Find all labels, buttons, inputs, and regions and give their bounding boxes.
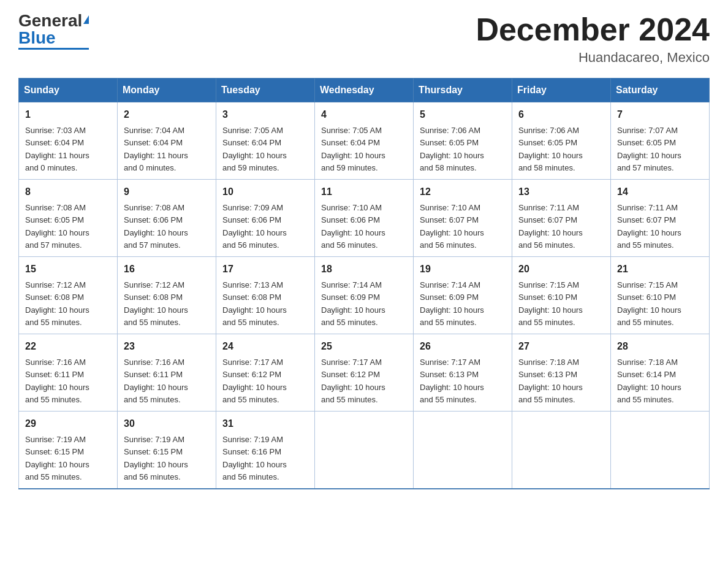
day-number: 3	[222, 107, 308, 122]
location: Huandacareo, Mexico	[476, 50, 710, 66]
calendar-cell: 18 Sunrise: 7:14 AMSunset: 6:09 PMDaylig…	[315, 257, 414, 334]
calendar-cell	[512, 412, 611, 489]
calendar-cell: 19 Sunrise: 7:14 AMSunset: 6:09 PMDaylig…	[414, 257, 512, 334]
calendar-cell: 28 Sunrise: 7:18 AMSunset: 6:14 PMDaylig…	[611, 334, 710, 412]
calendar-cell	[315, 412, 414, 489]
day-number: 4	[321, 107, 407, 122]
day-info: Sunrise: 7:10 AMSunset: 6:06 PMDaylight:…	[321, 203, 385, 250]
day-info: Sunrise: 7:07 AMSunset: 6:05 PMDaylight:…	[617, 126, 681, 172]
col-friday: Friday	[512, 79, 611, 102]
day-number: 18	[321, 262, 407, 277]
day-number: 30	[124, 416, 210, 431]
col-saturday: Saturday	[611, 79, 710, 102]
day-number: 28	[617, 339, 703, 354]
day-info: Sunrise: 7:09 AMSunset: 6:06 PMDaylight:…	[222, 203, 287, 250]
col-thursday: Thursday	[414, 79, 512, 102]
day-info: Sunrise: 7:15 AMSunset: 6:10 PMDaylight:…	[617, 280, 681, 327]
day-info: Sunrise: 7:12 AMSunset: 6:08 PMDaylight:…	[124, 280, 188, 327]
day-info: Sunrise: 7:08 AMSunset: 6:05 PMDaylight:…	[25, 203, 89, 250]
calendar-cell: 15 Sunrise: 7:12 AMSunset: 6:08 PMDaylig…	[19, 257, 118, 334]
day-info: Sunrise: 7:18 AMSunset: 6:14 PMDaylight:…	[617, 358, 681, 404]
calendar-week-4: 22 Sunrise: 7:16 AMSunset: 6:11 PMDaylig…	[19, 334, 710, 412]
calendar-cell: 22 Sunrise: 7:16 AMSunset: 6:11 PMDaylig…	[19, 334, 118, 412]
col-wednesday: Wednesday	[315, 79, 414, 102]
day-info: Sunrise: 7:19 AMSunset: 6:16 PMDaylight:…	[222, 435, 287, 481]
day-number: 14	[617, 185, 703, 199]
day-number: 1	[25, 107, 111, 122]
calendar-cell: 12 Sunrise: 7:10 AMSunset: 6:07 PMDaylig…	[414, 180, 512, 257]
calendar-cell: 23 Sunrise: 7:16 AMSunset: 6:11 PMDaylig…	[118, 334, 216, 412]
calendar-week-3: 15 Sunrise: 7:12 AMSunset: 6:08 PMDaylig…	[19, 257, 710, 334]
col-sunday: Sunday	[19, 79, 118, 102]
calendar-week-1: 1 Sunrise: 7:03 AMSunset: 6:04 PMDayligh…	[19, 102, 710, 180]
day-number: 13	[518, 185, 604, 199]
calendar-cell: 3 Sunrise: 7:05 AMSunset: 6:04 PMDayligh…	[216, 102, 315, 180]
calendar-cell: 6 Sunrise: 7:06 AMSunset: 6:05 PMDayligh…	[512, 102, 611, 180]
logo-general: General	[18, 11, 82, 30]
day-info: Sunrise: 7:19 AMSunset: 6:15 PMDaylight:…	[25, 435, 89, 481]
day-number: 23	[124, 339, 210, 354]
day-number: 10	[222, 185, 308, 199]
day-number: 29	[25, 416, 111, 431]
calendar-cell: 13 Sunrise: 7:11 AMSunset: 6:07 PMDaylig…	[512, 180, 611, 257]
day-info: Sunrise: 7:15 AMSunset: 6:10 PMDaylight:…	[518, 280, 583, 327]
day-number: 20	[518, 262, 604, 277]
logo-underline	[18, 48, 89, 50]
day-info: Sunrise: 7:14 AMSunset: 6:09 PMDaylight:…	[321, 280, 385, 327]
calendar-cell: 5 Sunrise: 7:06 AMSunset: 6:05 PMDayligh…	[414, 102, 512, 180]
day-info: Sunrise: 7:17 AMSunset: 6:12 PMDaylight:…	[222, 358, 287, 404]
calendar-cell: 17 Sunrise: 7:13 AMSunset: 6:08 PMDaylig…	[216, 257, 315, 334]
calendar-cell: 30 Sunrise: 7:19 AMSunset: 6:15 PMDaylig…	[118, 412, 216, 489]
logo-triangle-icon	[83, 15, 89, 24]
day-number: 2	[124, 107, 210, 122]
calendar-cell: 25 Sunrise: 7:17 AMSunset: 6:12 PMDaylig…	[315, 334, 414, 412]
day-number: 7	[617, 107, 703, 122]
month-title: December 2024	[476, 12, 710, 47]
day-info: Sunrise: 7:04 AMSunset: 6:04 PMDaylight:…	[124, 126, 188, 172]
day-number: 8	[25, 185, 111, 199]
day-number: 17	[222, 262, 308, 277]
day-info: Sunrise: 7:16 AMSunset: 6:11 PMDaylight:…	[124, 358, 188, 404]
col-tuesday: Tuesday	[216, 79, 315, 102]
day-info: Sunrise: 7:18 AMSunset: 6:13 PMDaylight:…	[518, 358, 583, 404]
day-info: Sunrise: 7:11 AMSunset: 6:07 PMDaylight:…	[518, 203, 583, 250]
header-row: Sunday Monday Tuesday Wednesday Thursday…	[19, 79, 710, 102]
calendar-cell: 10 Sunrise: 7:09 AMSunset: 6:06 PMDaylig…	[216, 180, 315, 257]
calendar-cell: 21 Sunrise: 7:15 AMSunset: 6:10 PMDaylig…	[611, 257, 710, 334]
calendar-cell: 8 Sunrise: 7:08 AMSunset: 6:05 PMDayligh…	[19, 180, 118, 257]
day-number: 27	[518, 339, 604, 354]
calendar-cell: 2 Sunrise: 7:04 AMSunset: 6:04 PMDayligh…	[118, 102, 216, 180]
day-number: 16	[124, 262, 210, 277]
calendar-cell: 27 Sunrise: 7:18 AMSunset: 6:13 PMDaylig…	[512, 334, 611, 412]
day-info: Sunrise: 7:10 AMSunset: 6:07 PMDaylight:…	[420, 203, 484, 250]
logo-text: General Blue	[18, 12, 89, 47]
calendar-cell: 16 Sunrise: 7:12 AMSunset: 6:08 PMDaylig…	[118, 257, 216, 334]
day-number: 11	[321, 185, 407, 199]
day-info: Sunrise: 7:05 AMSunset: 6:04 PMDaylight:…	[222, 126, 287, 172]
logo-blue: Blue	[18, 28, 56, 47]
day-number: 6	[518, 107, 604, 122]
day-number: 21	[617, 262, 703, 277]
calendar-cell: 11 Sunrise: 7:10 AMSunset: 6:06 PMDaylig…	[315, 180, 414, 257]
day-number: 25	[321, 339, 407, 354]
day-info: Sunrise: 7:03 AMSunset: 6:04 PMDaylight:…	[25, 126, 89, 172]
logo: General Blue	[18, 12, 89, 50]
calendar-table: Sunday Monday Tuesday Wednesday Thursday…	[18, 78, 710, 489]
day-number: 9	[124, 185, 210, 199]
day-number: 15	[25, 262, 111, 277]
calendar-cell: 7 Sunrise: 7:07 AMSunset: 6:05 PMDayligh…	[611, 102, 710, 180]
day-info: Sunrise: 7:12 AMSunset: 6:08 PMDaylight:…	[25, 280, 89, 327]
day-info: Sunrise: 7:11 AMSunset: 6:07 PMDaylight:…	[617, 203, 681, 250]
day-info: Sunrise: 7:13 AMSunset: 6:08 PMDaylight:…	[222, 280, 287, 327]
day-info: Sunrise: 7:17 AMSunset: 6:13 PMDaylight:…	[420, 358, 484, 404]
calendar-cell: 14 Sunrise: 7:11 AMSunset: 6:07 PMDaylig…	[611, 180, 710, 257]
title-section: December 2024 Huandacareo, Mexico	[476, 12, 710, 66]
day-info: Sunrise: 7:17 AMSunset: 6:12 PMDaylight:…	[321, 358, 385, 404]
day-info: Sunrise: 7:16 AMSunset: 6:11 PMDaylight:…	[25, 358, 89, 404]
calendar-cell: 20 Sunrise: 7:15 AMSunset: 6:10 PMDaylig…	[512, 257, 611, 334]
day-info: Sunrise: 7:08 AMSunset: 6:06 PMDaylight:…	[124, 203, 188, 250]
day-number: 12	[420, 185, 506, 199]
calendar-week-5: 29 Sunrise: 7:19 AMSunset: 6:15 PMDaylig…	[19, 412, 710, 489]
calendar-cell: 31 Sunrise: 7:19 AMSunset: 6:16 PMDaylig…	[216, 412, 315, 489]
day-info: Sunrise: 7:14 AMSunset: 6:09 PMDaylight:…	[420, 280, 484, 327]
